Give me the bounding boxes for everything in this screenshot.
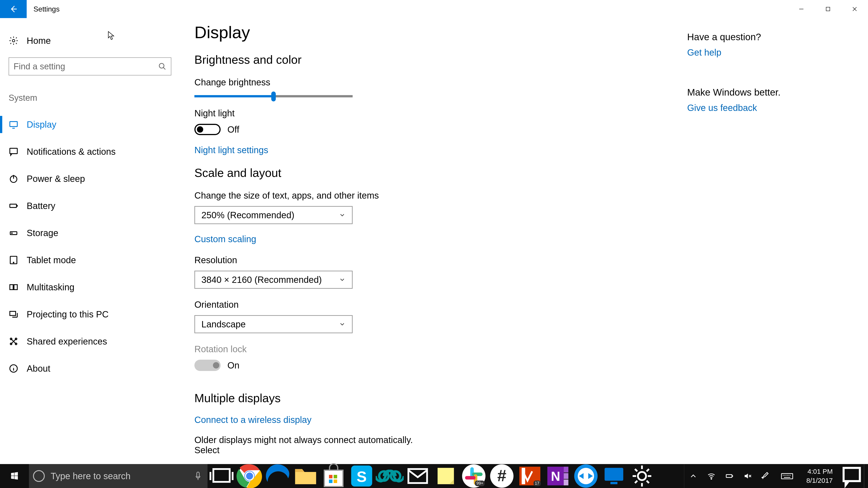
app-file-explorer[interactable] [291, 464, 320, 488]
tablet-icon [8, 255, 19, 265]
app-skype[interactable]: S [348, 464, 376, 488]
rdp-icon [600, 462, 628, 488]
nav-multitasking[interactable]: Multitasking [0, 273, 174, 301]
close-button[interactable] [841, 0, 868, 18]
brightness-slider[interactable] [194, 95, 352, 97]
system-tray: 4:01 PM 8/1/2017 [684, 464, 868, 488]
home-button[interactable]: Home [0, 29, 174, 52]
nav-projecting[interactable]: Projecting to this PC [0, 301, 174, 328]
get-help-link[interactable]: Get help [687, 47, 868, 58]
question-label: Have a question? [687, 32, 868, 42]
svg-rect-19 [197, 472, 199, 477]
task-view-button[interactable] [208, 464, 236, 488]
scale-label: Change the size of text, apps, and other… [194, 191, 687, 201]
app-settings[interactable] [628, 464, 656, 488]
start-button[interactable] [0, 464, 29, 488]
svg-rect-44 [564, 473, 568, 479]
app-teamviewer[interactable] [572, 464, 600, 488]
cortana-search[interactable]: Type here to search [29, 464, 208, 488]
nightlight-settings-link[interactable]: Night light settings [194, 145, 687, 155]
resolution-dropdown[interactable]: 3840 × 2160 (Recommended) [194, 271, 352, 289]
svg-text:S: S [357, 468, 367, 485]
svg-rect-49 [611, 482, 618, 484]
orientation-dropdown[interactable]: Landscape [194, 315, 352, 333]
tray-volume[interactable] [739, 464, 756, 488]
tray-wifi[interactable] [702, 464, 720, 488]
tray-pen[interactable] [756, 464, 775, 488]
orientation-value: Landscape [202, 319, 246, 329]
nightlight-toggle[interactable] [194, 124, 221, 135]
svg-rect-43 [564, 467, 568, 473]
nav-tablet-mode[interactable]: Tablet mode [0, 247, 174, 273]
custom-scaling-link[interactable]: Custom scaling [194, 234, 687, 244]
window-controls [788, 0, 868, 18]
nav-list: Display Notifications & actions Power & … [0, 111, 174, 382]
app-sticky-notes[interactable] [432, 464, 460, 488]
close-icon [851, 6, 858, 12]
app-arduino[interactable] [376, 464, 404, 488]
app-onenote[interactable]: N [544, 464, 572, 488]
taskbar-apps: S 99+ # 17 N [236, 464, 656, 488]
toggle-knob [197, 126, 203, 133]
feedback-link[interactable]: Give us feedback [687, 103, 868, 113]
svg-point-50 [638, 472, 646, 480]
svg-rect-48 [604, 468, 623, 481]
maximize-button[interactable] [815, 0, 841, 18]
search-box[interactable] [8, 57, 171, 75]
rotation-label: Rotation lock [194, 344, 687, 354]
nightlight-label: Night light [194, 108, 687, 119]
show-desktop-button[interactable] [864, 464, 868, 488]
nav-storage[interactable]: Storage [0, 219, 174, 247]
svg-point-8 [11, 233, 12, 234]
nav-notifications[interactable]: Notifications & actions [0, 138, 174, 165]
maximize-icon [825, 6, 831, 12]
brightness-label: Change brightness [194, 77, 687, 88]
scale-dropdown[interactable]: 250% (Recommended) [194, 206, 352, 224]
tray-battery[interactable] [720, 464, 739, 488]
minimize-button[interactable] [788, 0, 815, 18]
svg-rect-53 [781, 474, 793, 479]
window-title: Settings [33, 5, 60, 13]
wireless-display-link[interactable]: Connect to a wireless display [194, 415, 687, 425]
svg-rect-20 [213, 469, 230, 482]
mic-icon[interactable] [195, 471, 201, 481]
nav-label: Multitasking [27, 282, 74, 292]
app-mail[interactable] [404, 464, 432, 488]
cortana-icon [33, 470, 45, 482]
chevron-down-icon [339, 212, 346, 219]
task-view-icon [208, 462, 236, 488]
nav-label: Projecting to this PC [27, 309, 108, 320]
nav-display[interactable]: Display [0, 111, 174, 138]
search-input[interactable] [13, 62, 158, 71]
app-slack[interactable]: 99+ [460, 464, 488, 488]
nav-about[interactable]: About [0, 355, 174, 382]
app-store[interactable] [320, 464, 348, 488]
app-edge[interactable] [264, 464, 291, 488]
nav-power-sleep[interactable]: Power & sleep [0, 165, 174, 192]
app-onenote-badge[interactable]: 17 [516, 464, 544, 488]
project-icon [8, 309, 19, 319]
nav-shared-experiences[interactable]: Shared experiences [0, 328, 174, 355]
shared-icon [8, 336, 19, 346]
nav-battery[interactable]: Battery [0, 192, 174, 219]
slider-thumb[interactable] [271, 92, 276, 101]
svg-point-51 [711, 479, 712, 479]
battery-icon [8, 201, 19, 211]
app-chrome[interactable] [236, 464, 264, 488]
svg-point-2 [159, 64, 164, 68]
resolution-label: Resolution [194, 255, 687, 265]
tray-clock[interactable]: 4:01 PM 8/1/2017 [800, 467, 839, 485]
taskbar: Type here to search S 99+ # 17 N 4:01 PM… [0, 464, 868, 488]
chevron-down-icon [339, 276, 346, 283]
app-remote-desktop[interactable] [600, 464, 628, 488]
action-center-button[interactable] [839, 464, 864, 488]
app-hash[interactable]: # [488, 464, 516, 488]
svg-rect-45 [564, 480, 568, 486]
skype-icon: S [348, 462, 376, 488]
tray-overflow[interactable] [684, 464, 702, 488]
nightlight-state: Off [227, 125, 239, 135]
tray-keyboard[interactable] [775, 464, 800, 488]
wifi-icon [707, 472, 716, 480]
back-button[interactable] [0, 0, 27, 18]
nav-label: Battery [27, 201, 55, 211]
